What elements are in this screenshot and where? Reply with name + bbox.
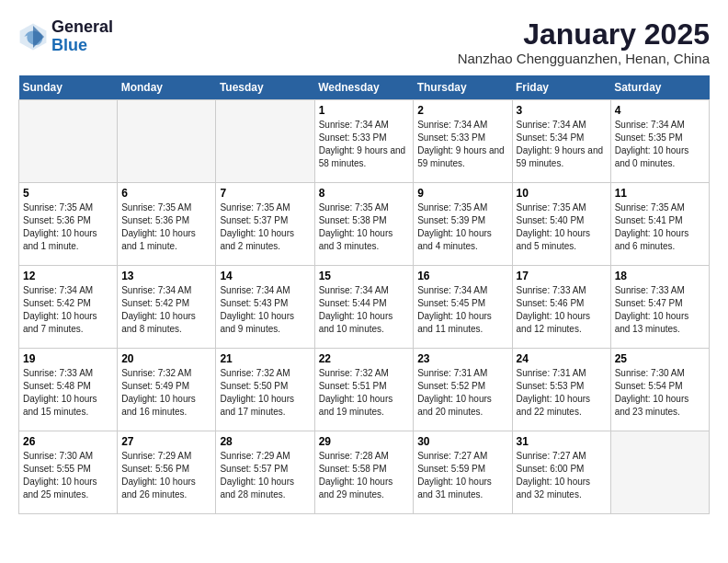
day-cell: 28Sunrise: 7:29 AMSunset: 5:57 PMDayligh… (216, 431, 314, 514)
day-info: Sunrise: 7:35 AMSunset: 5:41 PMDaylight:… (615, 201, 705, 253)
day-number: 24 (517, 352, 607, 365)
header: General Blue January 2025 Nanzhao Chengg… (18, 18, 710, 66)
day-info: Sunrise: 7:34 AMSunset: 5:43 PMDaylight:… (220, 284, 310, 336)
day-cell: 13Sunrise: 7:34 AMSunset: 5:42 PMDayligh… (118, 266, 216, 349)
day-cell: 1Sunrise: 7:34 AMSunset: 5:33 PMDaylight… (314, 100, 414, 183)
day-number: 21 (220, 352, 310, 365)
day-cell (118, 100, 216, 183)
day-info: Sunrise: 7:30 AMSunset: 5:55 PMDaylight:… (23, 450, 113, 501)
day-cell: 24Sunrise: 7:31 AMSunset: 5:53 PMDayligh… (512, 349, 610, 431)
day-info: Sunrise: 7:29 AMSunset: 5:57 PMDaylight:… (220, 450, 310, 501)
day-cell: 3Sunrise: 7:34 AMSunset: 5:34 PMDaylight… (512, 100, 610, 183)
day-number: 25 (615, 352, 705, 365)
day-cell: 2Sunrise: 7:34 AMSunset: 5:33 PMDaylight… (414, 100, 512, 183)
col-header-saturday: Saturday (610, 75, 709, 100)
month-title: January 2025 (458, 18, 710, 51)
day-cell: 5Sunrise: 7:35 AMSunset: 5:36 PMDaylight… (19, 183, 118, 266)
calendar-table: SundayMondayTuesdayWednesdayThursdayFrid… (18, 75, 710, 514)
day-info: Sunrise: 7:33 AMSunset: 5:48 PMDaylight:… (23, 367, 113, 419)
day-cell: 19Sunrise: 7:33 AMSunset: 5:48 PMDayligh… (19, 349, 118, 431)
day-cell: 25Sunrise: 7:30 AMSunset: 5:54 PMDayligh… (610, 349, 709, 431)
day-info: Sunrise: 7:31 AMSunset: 5:52 PMDaylight:… (417, 367, 507, 419)
day-cell: 31Sunrise: 7:27 AMSunset: 6:00 PMDayligh… (512, 431, 610, 514)
day-cell: 9Sunrise: 7:35 AMSunset: 5:39 PMDaylight… (414, 183, 512, 266)
day-number: 7 (220, 187, 310, 200)
day-cell: 8Sunrise: 7:35 AMSunset: 5:38 PMDaylight… (314, 183, 414, 266)
day-number: 3 (517, 104, 607, 117)
day-cell: 11Sunrise: 7:35 AMSunset: 5:41 PMDayligh… (610, 183, 709, 266)
day-number: 28 (220, 435, 310, 448)
day-info: Sunrise: 7:34 AMSunset: 5:33 PMDaylight:… (417, 119, 507, 170)
day-number: 5 (23, 187, 113, 200)
week-row-4: 19Sunrise: 7:33 AMSunset: 5:48 PMDayligh… (19, 349, 710, 431)
day-number: 22 (319, 352, 410, 365)
header-row: SundayMondayTuesdayWednesdayThursdayFrid… (19, 75, 710, 100)
day-cell (216, 100, 314, 183)
week-row-2: 5Sunrise: 7:35 AMSunset: 5:36 PMDaylight… (19, 183, 710, 266)
location: Nanzhao Chengguanzhen, Henan, China (458, 51, 710, 66)
day-cell: 27Sunrise: 7:29 AMSunset: 5:56 PMDayligh… (118, 431, 216, 514)
logo-blue: Blue (51, 37, 113, 55)
day-number: 4 (615, 104, 705, 117)
day-cell: 16Sunrise: 7:34 AMSunset: 5:45 PMDayligh… (414, 266, 512, 349)
day-cell: 22Sunrise: 7:32 AMSunset: 5:51 PMDayligh… (314, 349, 414, 431)
day-number: 14 (220, 270, 310, 282)
day-number: 15 (319, 270, 410, 282)
day-number: 10 (517, 187, 607, 200)
day-info: Sunrise: 7:34 AMSunset: 5:42 PMDaylight:… (121, 284, 211, 336)
logo-general: General (51, 18, 113, 37)
day-cell (610, 431, 709, 514)
day-info: Sunrise: 7:35 AMSunset: 5:40 PMDaylight:… (517, 201, 607, 253)
day-info: Sunrise: 7:28 AMSunset: 5:58 PMDaylight:… (319, 450, 410, 501)
day-number: 9 (417, 187, 507, 200)
day-info: Sunrise: 7:35 AMSunset: 5:36 PMDaylight:… (23, 201, 113, 253)
day-cell: 20Sunrise: 7:32 AMSunset: 5:49 PMDayligh… (118, 349, 216, 431)
day-info: Sunrise: 7:34 AMSunset: 5:35 PMDaylight:… (615, 119, 705, 170)
day-cell: 18Sunrise: 7:33 AMSunset: 5:47 PMDayligh… (610, 266, 709, 349)
col-header-sunday: Sunday (19, 75, 118, 100)
day-info: Sunrise: 7:27 AMSunset: 6:00 PMDaylight:… (517, 450, 607, 501)
col-header-thursday: Thursday (414, 75, 512, 100)
day-cell: 12Sunrise: 7:34 AMSunset: 5:42 PMDayligh… (19, 266, 118, 349)
day-number: 19 (23, 352, 113, 365)
day-cell: 21Sunrise: 7:32 AMSunset: 5:50 PMDayligh… (216, 349, 314, 431)
day-number: 2 (417, 104, 507, 117)
logo: General Blue (18, 18, 113, 55)
day-info: Sunrise: 7:33 AMSunset: 5:46 PMDaylight:… (517, 284, 607, 336)
day-cell: 29Sunrise: 7:28 AMSunset: 5:58 PMDayligh… (314, 431, 414, 514)
day-info: Sunrise: 7:30 AMSunset: 5:54 PMDaylight:… (615, 367, 705, 419)
day-number: 18 (615, 270, 705, 282)
col-header-monday: Monday (118, 75, 216, 100)
day-number: 30 (417, 435, 507, 448)
day-info: Sunrise: 7:35 AMSunset: 5:38 PMDaylight:… (319, 201, 410, 253)
day-cell: 23Sunrise: 7:31 AMSunset: 5:52 PMDayligh… (414, 349, 512, 431)
day-number: 20 (121, 352, 211, 365)
day-number: 26 (23, 435, 113, 448)
day-info: Sunrise: 7:34 AMSunset: 5:42 PMDaylight:… (23, 284, 113, 336)
day-info: Sunrise: 7:35 AMSunset: 5:37 PMDaylight:… (220, 201, 310, 253)
day-number: 29 (319, 435, 410, 448)
day-info: Sunrise: 7:35 AMSunset: 5:39 PMDaylight:… (417, 201, 507, 253)
logo-icon (18, 22, 48, 52)
day-number: 8 (319, 187, 410, 200)
day-cell: 30Sunrise: 7:27 AMSunset: 5:59 PMDayligh… (414, 431, 512, 514)
day-info: Sunrise: 7:32 AMSunset: 5:51 PMDaylight:… (319, 367, 410, 419)
day-number: 1 (319, 104, 410, 117)
day-info: Sunrise: 7:34 AMSunset: 5:45 PMDaylight:… (417, 284, 507, 336)
logo-text: General Blue (51, 18, 113, 55)
col-header-friday: Friday (512, 75, 610, 100)
day-number: 12 (23, 270, 113, 282)
day-info: Sunrise: 7:34 AMSunset: 5:33 PMDaylight:… (319, 119, 410, 170)
day-cell: 10Sunrise: 7:35 AMSunset: 5:40 PMDayligh… (512, 183, 610, 266)
day-number: 23 (417, 352, 507, 365)
day-cell: 17Sunrise: 7:33 AMSunset: 5:46 PMDayligh… (512, 266, 610, 349)
day-cell: 6Sunrise: 7:35 AMSunset: 5:36 PMDaylight… (118, 183, 216, 266)
day-number: 17 (517, 270, 607, 282)
day-cell (19, 100, 118, 183)
day-number: 27 (121, 435, 211, 448)
day-info: Sunrise: 7:31 AMSunset: 5:53 PMDaylight:… (517, 367, 607, 419)
day-info: Sunrise: 7:33 AMSunset: 5:47 PMDaylight:… (615, 284, 705, 336)
day-info: Sunrise: 7:27 AMSunset: 5:59 PMDaylight:… (417, 450, 507, 501)
day-info: Sunrise: 7:35 AMSunset: 5:36 PMDaylight:… (121, 201, 211, 253)
day-cell: 15Sunrise: 7:34 AMSunset: 5:44 PMDayligh… (314, 266, 414, 349)
